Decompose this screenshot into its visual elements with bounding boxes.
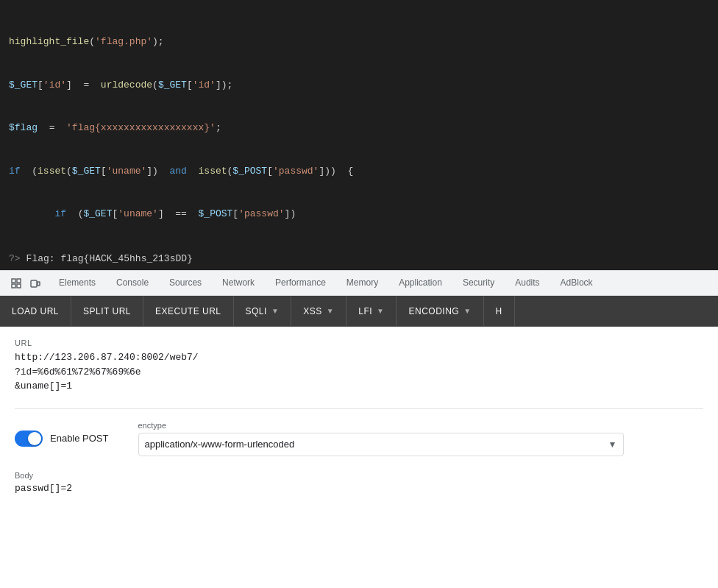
inspect-icon[interactable] xyxy=(7,274,25,292)
load-url-button[interactable]: LOAD URL xyxy=(0,296,71,326)
main-content: URL http://123.206.87.240:8002/web7/?id=… xyxy=(0,327,718,506)
flag-text: Flag: flag{HACK_45hhs_213sDD} xyxy=(26,253,193,264)
url-value: http://123.206.87.240:8002/web7/?id=%6d%… xyxy=(15,350,703,394)
tab-memory[interactable]: Memory xyxy=(336,271,388,295)
devtools-tabbar: Elements Console Sources Network Perform… xyxy=(0,270,718,296)
enable-post-toggle[interactable] xyxy=(15,431,43,447)
encoding-button[interactable]: ENCODING ▼ xyxy=(397,296,483,326)
enable-post-container: Enable POST xyxy=(15,431,109,447)
toggle-knob xyxy=(28,432,41,445)
post-section: Enable POST enctype application/x-www-fo… xyxy=(15,421,703,456)
device-icon[interactable] xyxy=(26,274,44,292)
url-divider xyxy=(15,408,703,409)
tab-application[interactable]: Application xyxy=(388,271,452,295)
code-display: highlight_file('flag.php'); $_GET['id'] … xyxy=(0,0,718,250)
extension-toolbar: LOAD URL SPLIT URL EXECUTE URL SQLI ▼ XS… xyxy=(0,296,718,327)
svg-rect-1 xyxy=(17,279,21,283)
tab-sources[interactable]: Sources xyxy=(159,271,212,295)
tab-performance[interactable]: Performance xyxy=(265,271,336,295)
lfi-dropdown-arrow: ▼ xyxy=(377,307,384,315)
svg-rect-3 xyxy=(17,284,21,288)
url-section: URL http://123.206.87.240:8002/web7/?id=… xyxy=(15,339,703,394)
svg-rect-0 xyxy=(12,279,15,283)
body-label: Body xyxy=(15,471,703,480)
sqli-dropdown-arrow: ▼ xyxy=(271,307,279,315)
tab-security[interactable]: Security xyxy=(452,271,505,295)
enable-post-label: Enable POST xyxy=(50,433,109,444)
tab-console[interactable]: Console xyxy=(106,271,159,295)
enctype-section: enctype application/x-www-form-urlencode… xyxy=(138,421,704,456)
tab-network[interactable]: Network xyxy=(212,271,265,295)
devtools-tabs: Elements Console Sources Network Perform… xyxy=(49,271,603,295)
tab-adblock[interactable]: AdBlock xyxy=(550,271,603,295)
enctype-label: enctype xyxy=(138,421,704,430)
execute-url-button[interactable]: EXECUTE URL xyxy=(143,296,234,326)
body-section: Body passwd[]=2 xyxy=(15,471,703,494)
devtools-icon-group xyxy=(3,274,49,292)
xss-dropdown-arrow: ▼ xyxy=(327,307,334,315)
sqli-button[interactable]: SQLI ▼ xyxy=(234,296,292,326)
svg-rect-2 xyxy=(12,284,15,288)
xss-button[interactable]: XSS ▼ xyxy=(291,296,346,326)
url-label: URL xyxy=(15,339,703,347)
svg-rect-4 xyxy=(31,280,37,287)
output-arrow: ?> xyxy=(9,253,21,264)
flag-output: ?> Flag: flag{HACK_45hhs_213sDD} xyxy=(0,250,718,270)
svg-rect-5 xyxy=(38,282,40,286)
enctype-select[interactable]: application/x-www-form-urlencoded ▼ xyxy=(138,433,624,456)
enctype-value: application/x-www-form-urlencoded xyxy=(145,439,295,450)
lfi-button[interactable]: LFI ▼ xyxy=(346,296,397,326)
encoding-dropdown-arrow: ▼ xyxy=(463,307,471,315)
h-button[interactable]: H xyxy=(484,296,515,326)
split-url-button[interactable]: SPLIT URL xyxy=(71,296,143,326)
tab-elements[interactable]: Elements xyxy=(49,271,106,295)
body-value: passwd[]=2 xyxy=(15,483,703,494)
enctype-dropdown-arrow: ▼ xyxy=(608,439,617,450)
tab-audits[interactable]: Audits xyxy=(505,271,550,295)
